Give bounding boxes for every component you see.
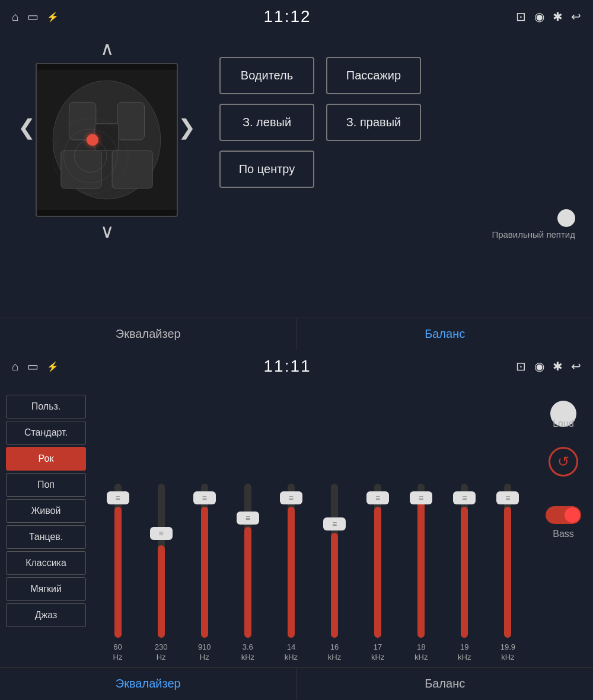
slider-thumb-2[interactable]: [193, 491, 216, 504]
slider-fill-3: [244, 527, 251, 638]
bottom-status-bar: ⌂ ▭ ⚡ 11:11 ⊡ ◉ ✱ ↩: [0, 350, 593, 383]
slider-col-8: 19kHz: [445, 484, 484, 663]
location-icon[interactable]: ◉: [534, 9, 544, 24]
speaker-nav-area: ∧ ❮: [18, 39, 196, 241]
slider-fill-7: [417, 499, 425, 638]
loud-label: Loud: [553, 418, 574, 429]
tone-dot[interactable]: [557, 209, 575, 227]
slider-label-7: 18kHz: [415, 643, 428, 663]
slider-thumb-5[interactable]: [323, 517, 346, 530]
eq-sliders: 60Hz 230Hz 910Hz 3.6kHz 14kHz 16kHz: [92, 389, 534, 663]
slider-thumb-0[interactable]: [107, 491, 129, 504]
speaker-area: ∧ ❮: [0, 33, 593, 306]
bottom-cast-icon[interactable]: ⊡: [516, 359, 526, 373]
bottom-back-icon[interactable]: ↩: [571, 359, 581, 373]
back-icon[interactable]: ↩: [571, 9, 581, 24]
slider-label-2: 910Hz: [198, 643, 211, 663]
tone-label: Правильный пептид: [492, 229, 575, 239]
zone-rear-left-btn[interactable]: З. левый: [219, 104, 314, 141]
slider-thumb-8[interactable]: [453, 491, 476, 504]
bottom-home-icon[interactable]: ⌂: [12, 360, 19, 373]
preset-btn-classic[interactable]: Классика: [6, 551, 86, 575]
tab-equalizer-top[interactable]: Эквалайзер: [0, 318, 297, 350]
preset-list: Польз.Стандарт.РокПопЖивойТанцев.Классик…: [0, 389, 92, 663]
slider-label-6: 17kHz: [371, 643, 384, 663]
bottom-status-left: ⌂ ▭ ⚡: [12, 359, 59, 373]
bass-switch-dot: [565, 507, 580, 523]
slider-track-7[interactable]: [417, 484, 425, 638]
slider-thumb-7[interactable]: [410, 491, 432, 504]
slider-thumb-3[interactable]: [237, 512, 259, 525]
slider-track-6[interactable]: [374, 484, 381, 638]
preset-btn-pop[interactable]: Поп: [6, 473, 86, 497]
bass-control: Bass: [546, 506, 581, 539]
zone-passenger-btn[interactable]: Пассажир: [326, 57, 421, 94]
nav-arrow-down[interactable]: ∨: [100, 222, 114, 241]
preset-btn-standard[interactable]: Стандарт.: [6, 421, 86, 445]
slider-thumb-6[interactable]: [366, 491, 389, 504]
bottom-usb-icon[interactable]: ⚡: [47, 361, 59, 372]
slider-label-5: 16kHz: [328, 643, 341, 663]
bottom-bluetooth-icon[interactable]: ✱: [553, 359, 563, 373]
preset-btn-dance[interactable]: Танцев.: [6, 525, 86, 549]
sliders-row: 60Hz 230Hz 910Hz 3.6kHz 14kHz 16kHz: [98, 395, 528, 663]
slider-track-3[interactable]: [244, 484, 251, 638]
nav-arrow-right[interactable]: ❯: [178, 115, 196, 140]
preset-btn-soft[interactable]: Мягкий: [6, 577, 86, 601]
tone-indicator: Правильный пептид: [219, 209, 575, 239]
slider-track-8[interactable]: [461, 484, 468, 638]
cast-icon[interactable]: ⊡: [516, 9, 526, 24]
bluetooth-icon[interactable]: ✱: [553, 9, 563, 24]
zone-row-1: Водитель Пассажир: [219, 57, 575, 94]
top-panel-tabs: Эквалайзер Баланс: [0, 318, 593, 350]
zone-rear-right-btn[interactable]: З. правый: [326, 104, 421, 141]
zone-center-btn[interactable]: По центру: [219, 151, 314, 188]
slider-track-4[interactable]: [288, 484, 295, 638]
slider-thumb-1[interactable]: [150, 527, 173, 540]
slider-label-4: 14kHz: [285, 643, 298, 663]
slider-fill-1: [158, 545, 165, 638]
sound-position-dot[interactable]: [87, 134, 98, 146]
slider-label-8: 19kHz: [458, 643, 471, 663]
reset-button[interactable]: ↺: [549, 447, 578, 477]
home-icon[interactable]: ⌂: [12, 10, 19, 24]
preset-btn-rock[interactable]: Рок: [6, 447, 86, 471]
car-image[interactable]: [36, 63, 178, 217]
slider-track-0[interactable]: [114, 484, 122, 638]
nav-arrow-up[interactable]: ∧: [100, 39, 114, 58]
zone-buttons-area: Водитель Пассажир З. левый З. правый По …: [219, 39, 575, 239]
bottom-location-icon[interactable]: ◉: [534, 359, 544, 373]
slider-thumb-9[interactable]: [496, 491, 519, 504]
slider-thumb-4[interactable]: [280, 491, 302, 504]
bottom-status-right: ⊡ ◉ ✱ ↩: [516, 359, 581, 373]
slider-label-9: 19.9kHz: [500, 643, 515, 663]
preset-btn-live[interactable]: Живой: [6, 499, 86, 523]
slider-track-1[interactable]: [158, 484, 165, 638]
slider-fill-6: [374, 507, 381, 638]
top-clock: 11:12: [264, 7, 311, 26]
preset-btn-jazz[interactable]: Джаз: [6, 603, 86, 627]
slider-col-9: 19.9kHz: [488, 484, 528, 663]
tab-balance-top[interactable]: Баланс: [297, 318, 594, 350]
bass-toggle-switch[interactable]: [546, 506, 581, 524]
preset-btn-custom[interactable]: Польз.: [6, 395, 86, 418]
eq-content: Польз.Стандарт.РокПопЖивойТанцев.Классик…: [0, 383, 593, 669]
usb-icon[interactable]: ⚡: [47, 11, 59, 23]
slider-label-1: 230Hz: [155, 643, 168, 663]
screen-icon[interactable]: ▭: [27, 9, 39, 24]
svg-rect-5: [112, 151, 152, 188]
slider-track-9[interactable]: [504, 484, 511, 638]
nav-arrow-left[interactable]: ❮: [18, 115, 36, 140]
slider-fill-2: [201, 507, 208, 638]
svg-rect-6: [95, 124, 119, 151]
slider-track-2[interactable]: [201, 484, 208, 638]
tab-balance-bottom[interactable]: Баланс: [297, 668, 594, 699]
slider-track-5[interactable]: [331, 484, 338, 638]
bottom-screen-icon[interactable]: ▭: [27, 359, 39, 373]
slider-col-5: 16kHz: [314, 484, 354, 663]
zone-driver-btn[interactable]: Водитель: [219, 57, 314, 94]
bass-label: Bass: [553, 529, 574, 539]
slider-col-4: 14kHz: [271, 484, 311, 663]
slider-label-3: 3.6kHz: [241, 643, 254, 663]
tab-equalizer-bottom[interactable]: Эквалайзер: [0, 668, 297, 699]
